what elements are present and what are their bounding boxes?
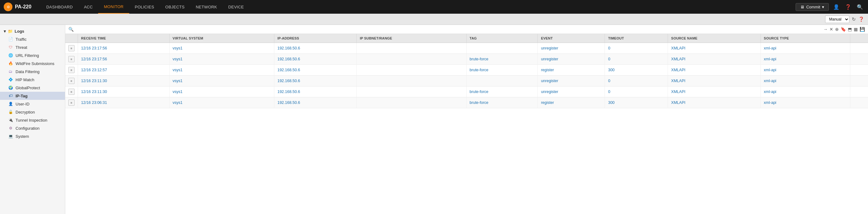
sidebar-item-traffic[interactable]: 📄 Traffic — [0, 35, 65, 43]
save-icon[interactable]: 💾 — [860, 27, 865, 32]
sidebar-item-label-system: System — [16, 134, 29, 139]
col-event[interactable]: EVENT — [538, 34, 605, 43]
cell-timeout: 0 — [605, 76, 668, 86]
cell-virtual-system: vsys1 — [169, 76, 274, 86]
sidebar-item-configuration[interactable]: ⚙ Configuration — [0, 124, 65, 132]
system-icon: 💻 — [8, 134, 13, 139]
cell-source-type: xml-api — [761, 97, 850, 108]
forward-icon[interactable]: → — [823, 27, 828, 32]
column-settings-icon[interactable]: ▦ — [854, 27, 858, 32]
table-row[interactable]: ≡ 12/16 23:06:31 vsys1 192.168.50.6 brut… — [65, 97, 868, 108]
sidebar-item-tunnel[interactable]: 🔌 Tunnel Inspection — [0, 116, 65, 124]
sidebar-item-label-uid: User-ID — [16, 102, 30, 106]
col-icon — [65, 34, 78, 43]
traffic-icon: 📄 — [8, 37, 13, 42]
help-icon[interactable]: ❓ — [844, 3, 852, 11]
logs-folder-icon: 📁 — [8, 29, 13, 34]
search-icon-nav[interactable]: 🔍 — [856, 3, 864, 11]
add-filter-icon[interactable]: ⊕ — [835, 27, 839, 32]
sidebar-section-label: Logs — [14, 29, 24, 34]
cell-source-type: xml-api — [761, 76, 850, 86]
col-source-type[interactable]: SOURCE TYPE — [761, 34, 850, 43]
cell-ip-address: 192.168.50.6 — [274, 97, 356, 108]
col-ip-subnet[interactable]: IP SUBNET/RANGE — [356, 34, 466, 43]
refresh-icon[interactable]: ↻ — [852, 17, 856, 22]
sidebar-item-label-threat: Threat — [16, 45, 27, 50]
sidebar-item-hip-match[interactable]: 💠 HIP Match — [0, 76, 65, 84]
col-timeout[interactable]: TIMEOUT — [605, 34, 668, 43]
top-nav: ⊙ PA-220 DASHBOARD ACC MONITOR POLICIES … — [0, 0, 868, 14]
commit-chevron-icon: ▾ — [822, 5, 824, 9]
table-area: RECEIVE TIME VIRTUAL SYSTEM IP-ADDRESS I… — [65, 34, 868, 214]
wildfire-icon: 🔥 — [8, 61, 13, 66]
table-row[interactable]: ≡ 12/16 23:11:30 vsys1 192.168.50.6 brut… — [65, 86, 868, 97]
row-detail-icon[interactable]: ≡ — [68, 78, 74, 84]
cell-ip-subnet — [356, 43, 466, 54]
cell-virtual-system: vsys1 — [169, 43, 274, 54]
sidebar-item-globalprotect[interactable]: 🌍 GlobalProtect — [0, 84, 65, 92]
userid-icon: 👤 — [8, 101, 13, 106]
row-detail-icon[interactable]: ≡ — [68, 45, 74, 51]
row-detail-icon[interactable]: ≡ — [68, 56, 74, 62]
help-sub-icon[interactable]: ❓ — [858, 17, 864, 22]
sidebar-item-wildfire[interactable]: 🔥 WildFire Submissions — [0, 59, 65, 68]
table-row[interactable]: ≡ 12/16 23:17:56 vsys1 192.168.50.6 brut… — [65, 54, 868, 65]
search-icon: 🔍 — [68, 27, 74, 32]
tunnel-icon: 🔌 — [8, 117, 13, 123]
sub-header: Manual Auto ↻ ❓ — [0, 14, 868, 25]
user-icon[interactable]: 👤 — [832, 3, 841, 11]
row-icon-cell: ≡ — [65, 65, 78, 76]
sidebar: ▾ 📁 Logs 📄 Traffic 🛡 Threat 🌐 URL Filter… — [0, 25, 65, 214]
sidebar-item-label-url: URL Filtering — [16, 53, 39, 58]
nav-item-objects[interactable]: OBJECTS — [160, 0, 190, 14]
cell-timeout: 0 — [605, 43, 668, 54]
sidebar-item-user-id[interactable]: 👤 User-ID — [0, 100, 65, 108]
row-detail-icon[interactable]: ≡ — [68, 89, 74, 95]
nav-item-dashboard[interactable]: DASHBOARD — [41, 0, 78, 14]
table-row[interactable]: ≡ 12/16 23:17:56 vsys1 192.168.50.6 unre… — [65, 43, 868, 54]
row-detail-icon[interactable]: ≡ — [68, 67, 74, 73]
sidebar-item-label-gp: GlobalProtect — [16, 85, 40, 90]
export-icon[interactable]: ⬒ — [848, 27, 852, 32]
nav-item-monitor[interactable]: MONITOR — [98, 0, 129, 14]
cell-source-name: XMLAPI — [668, 43, 761, 54]
cell-virtual-system: vsys1 — [169, 86, 274, 97]
search-input[interactable] — [75, 27, 822, 32]
sidebar-item-system[interactable]: 💻 System — [0, 132, 65, 140]
table-row[interactable]: ≡ 12/16 23:11:30 vsys1 192.168.50.6 unre… — [65, 76, 868, 86]
auto-manual-select[interactable]: Manual Auto — [825, 16, 849, 23]
commit-button[interactable]: 🖥 Commit ▾ — [796, 3, 829, 11]
col-tag[interactable]: TAG — [466, 34, 538, 43]
sidebar-section-logs[interactable]: ▾ 📁 Logs — [0, 27, 65, 35]
sidebar-item-threat[interactable]: 🛡 Threat — [0, 43, 65, 51]
row-icon-cell: ≡ — [65, 54, 78, 65]
row-detail-icon[interactable]: ≡ — [68, 100, 74, 106]
cell-source-type: xml-api — [761, 86, 850, 97]
sidebar-item-url-filtering[interactable]: 🌐 URL Filtering — [0, 51, 65, 59]
nav-item-acc[interactable]: ACC — [78, 0, 98, 14]
palo-alto-logo: ⊙ — [5, 4, 11, 10]
nav-item-device[interactable]: DEVICE — [223, 0, 249, 14]
col-virtual-system[interactable]: VIRTUAL SYSTEM — [169, 34, 274, 43]
col-source-name[interactable]: SOURCE NAME — [668, 34, 761, 43]
nav-items: DASHBOARD ACC MONITOR POLICIES OBJECTS N… — [41, 0, 796, 14]
bookmark-icon[interactable]: 🔖 — [841, 27, 846, 32]
col-receive-time[interactable]: RECEIVE TIME — [78, 34, 169, 43]
cell-timeout: 300 — [605, 65, 668, 76]
url-icon: 🌐 — [8, 53, 13, 58]
cell-virtual-system: vsys1 — [169, 54, 274, 65]
cell-event: unregister — [538, 76, 605, 86]
cell-ip-subnet — [356, 86, 466, 97]
cell-source-name: XMLAPI — [668, 86, 761, 97]
cell-tag: brute-force — [466, 97, 538, 108]
nav-item-policies[interactable]: POLICIES — [129, 0, 160, 14]
nav-item-network[interactable]: NETWORK — [190, 0, 223, 14]
sidebar-item-ip-tag[interactable]: 🏷 IP-Tag — [0, 92, 65, 100]
col-ip-address[interactable]: IP-ADDRESS — [274, 34, 356, 43]
clear-search-icon[interactable]: ✕ — [830, 27, 833, 32]
table-row[interactable]: ≡ 12/16 23:12:57 vsys1 192.168.50.6 brut… — [65, 65, 868, 76]
cell-ip-subnet — [356, 76, 466, 86]
sidebar-item-data-filtering[interactable]: 🗂 Data Filtering — [0, 68, 65, 76]
sidebar-item-decryption[interactable]: 🔓 Decryption — [0, 108, 65, 116]
globalprotect-icon: 🌍 — [8, 85, 13, 90]
